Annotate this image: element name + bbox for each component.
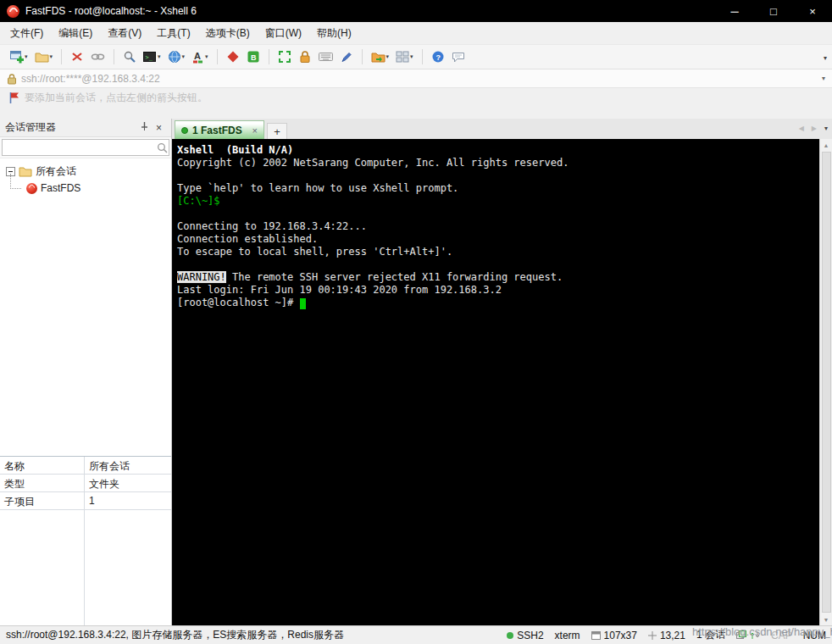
property-value: 所有会话 bbox=[85, 457, 171, 474]
maximize-button[interactable]: □ bbox=[754, 0, 793, 22]
svg-text:?: ? bbox=[435, 53, 441, 62]
connected-status-icon bbox=[181, 127, 188, 134]
window-layout-button[interactable]: ▾ bbox=[394, 47, 415, 66]
properties-empty-left bbox=[0, 510, 85, 625]
disconnect-button[interactable] bbox=[69, 47, 86, 66]
properties-empty-right bbox=[85, 510, 171, 625]
property-value: 1 bbox=[85, 492, 171, 509]
disconnect-icon bbox=[70, 50, 84, 64]
search-icon[interactable] bbox=[156, 142, 169, 154]
status-protocol: SSH2 bbox=[507, 630, 543, 641]
xshell-logo-icon bbox=[7, 5, 19, 18]
xmanager-button[interactable] bbox=[225, 47, 241, 66]
toolbar-separator bbox=[362, 49, 363, 64]
xmanager-icon bbox=[226, 50, 240, 64]
font-color-icon: A bbox=[191, 50, 204, 64]
status-cursor-position: 13,21 bbox=[648, 630, 685, 641]
tab-scroll-right-icon[interactable]: ▶ bbox=[812, 125, 817, 132]
status-connection-info: ssh://root@192.168.3.4:22, 图片存储服务器，ES搜索服… bbox=[6, 628, 507, 642]
pin-icon bbox=[140, 121, 149, 131]
terminal-line bbox=[177, 258, 819, 271]
menu-help[interactable]: 帮助(H) bbox=[309, 23, 359, 44]
compose-button[interactable] bbox=[338, 47, 355, 66]
toolbar-overflow-button[interactable]: ▾ bbox=[824, 54, 827, 62]
terminal-line: Copyright (c) 2002 NetSarang Computer, I… bbox=[177, 157, 819, 169]
scroll-down-icon[interactable]: ▼ bbox=[820, 613, 832, 625]
terminal[interactable]: Xshell (Build N/A)Copyright (c) 2002 Net… bbox=[172, 139, 819, 625]
info-message: 要添加当前会话，点击左侧的箭头按钮。 bbox=[25, 91, 208, 105]
chevron-down-icon[interactable]: ▾ bbox=[182, 53, 186, 60]
menu-tabs[interactable]: 选项卡(B) bbox=[198, 23, 258, 44]
lock-screen-button[interactable] bbox=[297, 47, 313, 66]
address-dropdown-icon[interactable]: ▾ bbox=[822, 75, 825, 82]
chevron-down-icon[interactable]: ▾ bbox=[205, 53, 208, 60]
address-bar[interactable]: ssh://root:****@192.168.3.4:22 ▾ bbox=[0, 69, 832, 88]
lock-icon bbox=[7, 73, 17, 85]
tab-scroll-left-icon[interactable]: ◀ bbox=[799, 125, 804, 132]
menu-window[interactable]: 窗口(W) bbox=[258, 23, 309, 44]
new-session-button[interactable]: ▾ bbox=[8, 47, 30, 66]
fullscreen-button[interactable] bbox=[276, 47, 293, 66]
close-button[interactable]: × bbox=[793, 0, 832, 22]
menu-view[interactable]: 查看(V) bbox=[100, 23, 149, 44]
terminal-line: Last login: Fri Jun 19 00:19:43 2020 fro… bbox=[177, 284, 819, 297]
info-bar: 要添加当前会话，点击左侧的箭头按钮。 bbox=[0, 88, 832, 107]
pin-panel-button[interactable] bbox=[137, 121, 152, 134]
new-session-icon bbox=[10, 50, 24, 64]
open-button[interactable]: ▾ bbox=[33, 48, 55, 66]
svg-text:A: A bbox=[194, 51, 201, 61]
session-search-box[interactable] bbox=[2, 139, 169, 156]
terminal-line bbox=[177, 208, 819, 220]
file-transfer-button[interactable]: ▾ bbox=[369, 48, 391, 66]
arrows-indicator-icon bbox=[750, 630, 760, 640]
speech-bubble-icon bbox=[452, 51, 465, 64]
terminal-scrollbar[interactable]: ▲ ▼ bbox=[819, 139, 832, 625]
new-terminal-button[interactable]: >_ ▾ bbox=[141, 48, 163, 66]
chevron-down-icon[interactable]: ▾ bbox=[50, 53, 53, 60]
find-button[interactable] bbox=[121, 47, 138, 66]
terminal-icon: >_ bbox=[143, 51, 157, 64]
tab-list-dropdown-icon[interactable]: ▾ bbox=[824, 125, 828, 132]
chevron-down-icon[interactable]: ▾ bbox=[386, 53, 390, 60]
tab-label[interactable]: 1 FastFDS bbox=[192, 125, 247, 136]
scrollbar-thumb[interactable] bbox=[822, 152, 831, 613]
web-button[interactable]: ▾ bbox=[166, 47, 187, 66]
tree-item-all-sessions[interactable]: 所有会话 bbox=[0, 163, 171, 180]
chevron-down-icon[interactable]: ▾ bbox=[410, 53, 413, 60]
terminal-wrap: Xshell (Build N/A)Copyright (c) 2002 Net… bbox=[172, 139, 832, 625]
chevron-down-icon[interactable]: ▾ bbox=[25, 53, 28, 60]
tab-close-button[interactable]: × bbox=[252, 125, 258, 136]
menu-tools[interactable]: 工具(T) bbox=[149, 23, 197, 44]
terminal-line: WARNING! The remote SSH server rejected … bbox=[177, 271, 819, 284]
toolbar-separator bbox=[217, 49, 218, 64]
help-button[interactable]: ? bbox=[430, 47, 447, 66]
reconnect-button[interactable] bbox=[89, 47, 107, 66]
menu-file[interactable]: 文件(F) bbox=[3, 23, 51, 44]
toolbar-separator bbox=[422, 49, 423, 64]
tab-fastfds[interactable]: 1 FastFDS × bbox=[175, 120, 264, 139]
close-panel-button[interactable]: × bbox=[152, 122, 166, 134]
tree-item-fastfds[interactable]: FastFDS bbox=[0, 180, 171, 197]
cursor-position-icon bbox=[648, 631, 657, 640]
virtual-keyboard-button[interactable] bbox=[317, 48, 335, 65]
minimize-button[interactable]: ─ bbox=[715, 0, 754, 22]
address-value[interactable]: ssh://root:****@192.168.3.4:22 bbox=[21, 73, 160, 85]
tree-item-label[interactable]: FastFDS bbox=[41, 182, 80, 194]
menu-bar: 文件(F) 编辑(E) 查看(V) 工具(T) 选项卡(B) 窗口(W) 帮助(… bbox=[0, 22, 832, 44]
fullscreen-icon bbox=[278, 50, 291, 64]
terminal-line: To escape to local shell, press 'Ctrl+Al… bbox=[177, 246, 819, 258]
session-search-input[interactable] bbox=[3, 142, 156, 153]
terminal-line: Connection established. bbox=[177, 233, 819, 246]
feedback-button[interactable] bbox=[450, 48, 467, 66]
window-indicator-icon bbox=[736, 630, 746, 640]
font-color-button[interactable]: A ▾ bbox=[190, 47, 210, 66]
terminal-size-icon bbox=[591, 631, 601, 640]
tree-item-label[interactable]: 所有会话 bbox=[36, 164, 76, 179]
scroll-up-icon[interactable]: ▲ bbox=[820, 139, 832, 151]
pencil-icon bbox=[340, 50, 353, 64]
xftp-button[interactable]: B bbox=[245, 47, 262, 66]
chevron-down-icon[interactable]: ▾ bbox=[158, 53, 161, 60]
menu-edit[interactable]: 编辑(E) bbox=[51, 23, 100, 44]
new-tab-button[interactable]: + bbox=[267, 123, 287, 139]
session-tree: 所有会话 FastFDS bbox=[0, 158, 171, 456]
